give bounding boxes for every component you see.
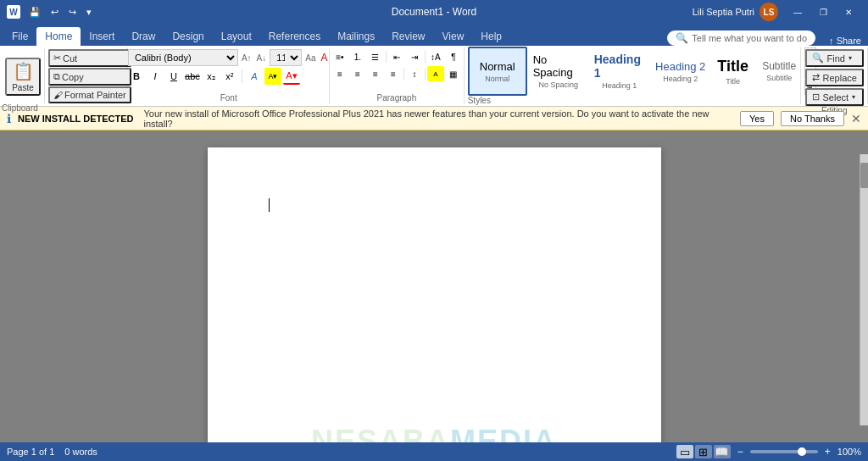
ribbon-tabs: File Home Insert Draw Design Layout Refe… <box>0 24 868 46</box>
no-thanks-button[interactable]: No Thanks <box>781 111 844 126</box>
save-quick-btn[interactable]: 💾 <box>25 5 44 19</box>
undo-quick-btn[interactable]: ↩ <box>47 5 62 19</box>
info-close-button[interactable]: ✕ <box>851 112 861 125</box>
decrease-indent-button[interactable]: ⇤ <box>388 49 405 64</box>
minimize-button[interactable]: — <box>785 0 810 24</box>
find-label: Find <box>827 53 845 64</box>
redo-quick-btn[interactable]: ↪ <box>65 5 80 19</box>
tab-draw[interactable]: Draw <box>123 27 164 46</box>
document-area: NESABAMEDIA <box>0 131 868 444</box>
yes-button[interactable]: Yes <box>740 111 774 126</box>
text-highlight-button[interactable]: A▾ <box>264 68 281 85</box>
underline-button[interactable]: U <box>165 68 182 85</box>
style-heading2-label: Heading 2 <box>663 75 698 83</box>
format-painter-button[interactable]: 🖌 Format Painter <box>48 86 131 103</box>
text-effect-button[interactable]: A <box>246 68 263 85</box>
close-button[interactable]: ✕ <box>836 0 861 24</box>
word-icon: W <box>7 5 20 19</box>
tab-layout[interactable]: Layout <box>213 27 260 46</box>
align-right-button[interactable]: ≡ <box>367 66 384 81</box>
zoom-slider[interactable] <box>750 450 818 453</box>
scroll-thumb[interactable] <box>860 163 868 188</box>
zoom-out-btn[interactable]: − <box>737 446 743 458</box>
tab-review[interactable]: Review <box>383 27 433 46</box>
align-left-button[interactable]: ≡ <box>331 66 348 81</box>
separator2 <box>386 51 387 63</box>
select-dropdown-icon: ▾ <box>852 93 855 101</box>
title-bar: W 💾 ↩ ↪ ▾ Document1 - Word Lili Septia P… <box>0 0 868 24</box>
clear-format-icon: A <box>320 52 330 64</box>
cut-button[interactable]: ✂ Cut <box>48 49 131 67</box>
replace-icon: ⇄ <box>812 72 820 83</box>
style-no-spacing-preview: No Spacing <box>533 53 584 79</box>
tab-help[interactable]: Help <box>472 27 510 46</box>
restore-button[interactable]: ❐ <box>810 0 836 24</box>
customize-quick-btn[interactable]: ▾ <box>83 5 95 19</box>
bullets-button[interactable]: ≡• <box>331 49 348 64</box>
select-button[interactable]: ⊡ Select ▾ <box>805 88 864 106</box>
paste-button[interactable]: 📋 Paste <box>5 58 41 96</box>
view-buttons: ▭ ⊞ 📖 <box>676 445 731 458</box>
tab-insert[interactable]: Insert <box>81 27 123 46</box>
style-no-spacing[interactable]: No Spacing No Spacing <box>529 47 588 96</box>
style-heading1-preview: Heading 1 <box>594 53 645 80</box>
ribbon-content: 📋 Paste ✂ Cut ⧉ Copy 🖌 Format <box>0 46 868 107</box>
zoom-in-btn[interactable]: + <box>825 446 831 458</box>
user-name: Lili Septia Putri <box>693 7 754 17</box>
search-bar[interactable]: 🔍 Tell me what you want to do <box>667 31 815 46</box>
watermark-media: MEDIA <box>450 424 557 445</box>
document-page[interactable]: NESABAMEDIA <box>208 147 661 444</box>
copy-button[interactable]: ⧉ Copy <box>48 68 131 86</box>
style-heading1[interactable]: Heading 1 Heading 1 <box>590 47 649 96</box>
strikethrough-button[interactable]: abc <box>184 68 201 85</box>
print-layout-btn[interactable]: ▭ <box>676 445 693 458</box>
borders-button[interactable]: ▦ <box>445 66 462 81</box>
replace-button[interactable]: ⇄ Replace <box>805 69 864 86</box>
separator3 <box>425 51 426 63</box>
style-normal[interactable]: Normal Normal <box>468 47 527 96</box>
numbering-button[interactable]: 1. <box>349 49 366 64</box>
increase-indent-button[interactable]: ⇥ <box>406 49 423 64</box>
tab-mailings[interactable]: Mailings <box>329 27 383 46</box>
tab-view[interactable]: View <box>434 27 473 46</box>
tab-references[interactable]: References <box>260 27 329 46</box>
show-marks-button[interactable]: ¶ <box>445 49 462 64</box>
status-left: Page 1 of 1 0 words <box>7 447 97 457</box>
styles-group: Normal Normal No Spacing No Spacing Head… <box>465 47 802 104</box>
select-label: Select <box>823 92 849 103</box>
style-title[interactable]: Title Title <box>712 47 754 96</box>
user-avatar[interactable]: LS <box>760 3 778 21</box>
tab-design[interactable]: Design <box>164 27 212 46</box>
search-placeholder: Tell me what you want to do <box>692 33 807 43</box>
page-info: Page 1 of 1 <box>7 447 54 457</box>
read-mode-btn[interactable]: 📖 <box>714 445 731 458</box>
justify-button[interactable]: ≡ <box>385 66 402 81</box>
shading-button[interactable]: A <box>427 66 444 81</box>
line-spacing-button[interactable]: ↕ <box>406 66 423 81</box>
user-info: Lili Septia Putri LS <box>693 3 778 21</box>
sort-button[interactable]: ↕A <box>427 49 444 64</box>
tab-file[interactable]: File <box>3 27 36 46</box>
italic-button[interactable]: I <box>147 68 164 85</box>
web-layout-btn[interactable]: ⊞ <box>695 445 712 458</box>
vertical-scrollbar[interactable] <box>860 154 868 425</box>
font-size-select[interactable]: 11 <box>270 49 302 66</box>
tab-home[interactable]: Home <box>36 27 81 46</box>
multilevel-button[interactable]: ☰ <box>367 49 384 64</box>
title-bar-right: Lili Septia Putri LS — ❐ ✕ <box>693 0 861 24</box>
style-subtitle[interactable]: Subtitle Subtitle <box>756 47 803 96</box>
style-normal-preview: Normal <box>480 60 515 73</box>
find-button[interactable]: 🔍 Find ▾ <box>805 49 864 67</box>
style-heading2-preview: Heading 2 <box>655 60 705 73</box>
style-heading2[interactable]: Heading 2 Heading 2 <box>651 47 710 96</box>
superscript-button[interactable]: x² <box>221 68 238 85</box>
bold-button[interactable]: B <box>128 68 145 85</box>
font-color-button[interactable]: A▾ <box>283 68 300 85</box>
editing-group: 🔍 Find ▾ ⇄ Replace ⊡ Select ▾ Editing <box>801 47 868 104</box>
align-center-button[interactable]: ≡ <box>349 66 366 81</box>
info-bold-text: NEW INSTALL DETECTED <box>18 114 133 124</box>
share-btn[interactable]: ↑ Share <box>822 36 868 46</box>
subscript-button[interactable]: x₂ <box>203 68 220 85</box>
font-name-select[interactable]: Calibri (Body) <box>128 49 238 66</box>
clipboard-group: 📋 Paste ✂ Cut ⧉ Copy 🖌 Format <box>0 47 128 104</box>
